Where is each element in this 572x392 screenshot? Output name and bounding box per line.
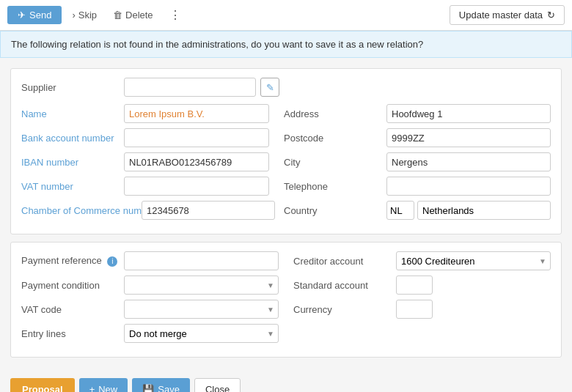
skip-button[interactable]: › Skip — [66, 6, 103, 24]
payment-cond-select[interactable] — [124, 275, 279, 295]
city-row: City — [284, 152, 551, 171]
bank-input[interactable] — [124, 128, 269, 147]
standard-account-row: Standard account — [293, 275, 551, 295]
chamber-input[interactable] — [142, 201, 275, 220]
telephone-label: Telephone — [284, 181, 386, 192]
right-column: Address Postcode City Telephone Country — [284, 104, 551, 225]
name-input[interactable] — [124, 104, 269, 123]
creditor-row: Creditor account 1600 Crediteuren ▼ — [293, 251, 551, 270]
proposal-button[interactable]: Proposal — [10, 378, 75, 392]
more-menu-button[interactable]: ⋮ — [164, 4, 187, 26]
toolbar: ✈ Send › Skip 🗑 Delete ⋮ Update master d… — [0, 0, 572, 31]
update-master-data-button[interactable]: Update master data ↻ — [450, 5, 565, 25]
address-row: Address — [284, 104, 551, 123]
chamber-label: Chamber of Commerce num — [21, 205, 142, 216]
new-label: New — [98, 384, 117, 392]
standard-account-label: Standard account — [293, 280, 396, 291]
more-icon: ⋮ — [169, 9, 181, 21]
name-row: Name — [21, 104, 269, 123]
vat-code-select-wrap: ▼ — [124, 300, 279, 319]
vat-row: VAT number — [21, 177, 269, 196]
country-code-input[interactable] — [386, 201, 414, 220]
supplier-label: Supplier — [21, 82, 124, 93]
creditor-select[interactable]: 1600 Crediteuren — [396, 251, 551, 270]
payment-form-grid: Payment reference i Payment condition ▼ — [21, 251, 551, 348]
vat-label: VAT number — [21, 181, 124, 192]
payment-ref-label: Payment reference i — [21, 255, 124, 267]
supplier-row: Supplier ✎ — [21, 78, 551, 97]
payment-cond-row: Payment condition ▼ — [21, 275, 279, 295]
bank-label: Bank account number — [21, 133, 124, 144]
close-button[interactable]: Close — [194, 378, 241, 392]
country-name-input[interactable] — [417, 201, 551, 220]
iban-label: IBAN number — [21, 157, 124, 168]
info-banner: The following relation is not found in t… — [0, 31, 572, 58]
banner-message: The following relation is not found in t… — [11, 39, 423, 50]
standard-account-input[interactable] — [396, 275, 433, 295]
payment-right-column: Creditor account 1600 Crediteuren ▼ Stan… — [293, 251, 551, 348]
main-info-section: Supplier ✎ Name Bank account number — [10, 68, 562, 234]
pencil-icon: ✎ — [266, 82, 274, 93]
supplier-input[interactable] — [124, 78, 256, 97]
vat-input[interactable] — [124, 177, 269, 196]
close-label: Close — [205, 384, 230, 392]
supplier-input-wrap: ✎ — [124, 78, 279, 97]
delete-button[interactable]: 🗑 Delete — [107, 6, 159, 24]
save-button[interactable]: 💾 Save — [132, 378, 190, 392]
skip-label: Skip — [78, 10, 97, 21]
entry-lines-row: Entry lines Do not merge ▼ — [21, 324, 279, 343]
currency-row: Currency — [293, 300, 551, 319]
payment-ref-row: Payment reference i — [21, 251, 279, 270]
plus-icon: + — [89, 384, 95, 392]
address-input[interactable] — [386, 104, 551, 123]
iban-input[interactable] — [124, 152, 269, 171]
form-grid: Name Bank account number IBAN number VAT… — [21, 104, 551, 225]
send-icon: ✈ — [18, 10, 26, 21]
chamber-row: Chamber of Commerce num — [21, 201, 269, 220]
left-column: Name Bank account number IBAN number VAT… — [21, 104, 269, 225]
postcode-input[interactable] — [386, 128, 551, 147]
entry-lines-label: Entry lines — [21, 328, 124, 339]
vat-code-select[interactable] — [124, 300, 279, 319]
payment-cond-label: Payment condition — [21, 280, 124, 291]
creditor-label: Creditor account — [293, 256, 396, 267]
postcode-row: Postcode — [284, 128, 551, 147]
send-button[interactable]: ✈ Send — [7, 6, 62, 24]
iban-row: IBAN number — [21, 152, 269, 171]
save-icon: 💾 — [142, 384, 154, 392]
telephone-row: Telephone — [284, 177, 551, 196]
bank-row: Bank account number — [21, 128, 269, 147]
payment-cond-select-wrap: ▼ — [124, 275, 279, 295]
payment-section: Payment reference i Payment condition ▼ — [10, 242, 562, 358]
vat-code-row: VAT code ▼ — [21, 300, 279, 319]
delete-icon: 🗑 — [113, 10, 122, 21]
address-label: Address — [284, 108, 386, 119]
payment-ref-input[interactable] — [124, 251, 279, 270]
info-icon[interactable]: i — [107, 256, 117, 267]
creditor-select-wrap: 1600 Crediteuren ▼ — [396, 251, 551, 270]
refresh-icon: ↻ — [547, 10, 555, 21]
delete-label: Delete — [125, 10, 153, 21]
country-label: Country — [284, 205, 386, 216]
update-master-data-label: Update master data — [459, 10, 543, 21]
send-label: Send — [29, 10, 51, 21]
city-input[interactable] — [386, 152, 551, 171]
country-wrap — [386, 201, 551, 220]
new-button[interactable]: + New — [79, 378, 128, 392]
payment-left-column: Payment reference i Payment condition ▼ — [21, 251, 279, 348]
currency-input[interactable] — [396, 300, 433, 319]
name-label: Name — [21, 108, 124, 119]
bottom-buttons: Proposal + New 💾 Save Close — [0, 372, 572, 392]
proposal-label: Proposal — [22, 384, 63, 392]
entry-lines-select[interactable]: Do not merge — [124, 324, 279, 343]
edit-supplier-button[interactable]: ✎ — [260, 78, 279, 97]
save-label: Save — [158, 384, 180, 392]
chevron-right-icon: › — [72, 10, 75, 21]
currency-label: Currency — [293, 304, 396, 315]
vat-code-label: VAT code — [21, 304, 124, 315]
telephone-input[interactable] — [386, 177, 551, 196]
city-label: City — [284, 157, 386, 168]
form-area: Supplier ✎ Name Bank account number — [0, 58, 572, 372]
country-row: Country — [284, 201, 551, 220]
entry-lines-select-wrap: Do not merge ▼ — [124, 324, 279, 343]
